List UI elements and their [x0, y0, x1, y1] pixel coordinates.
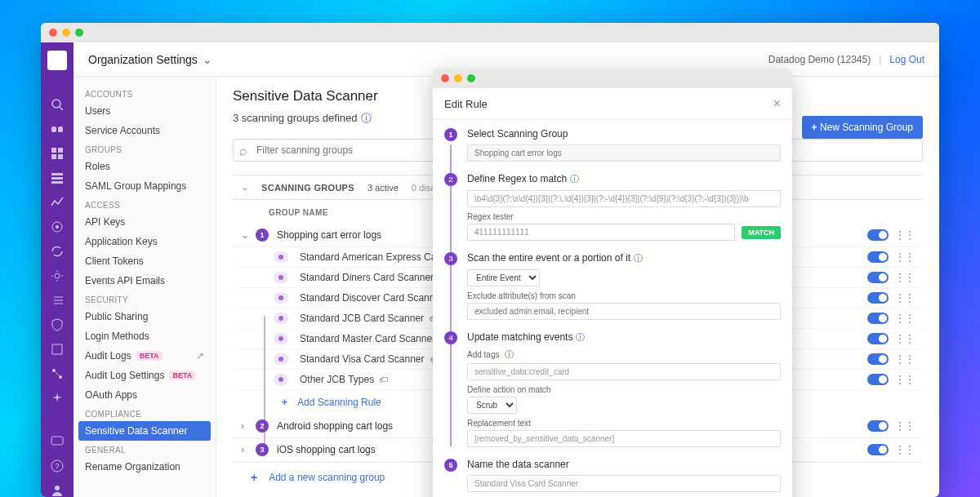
enable-toggle[interactable]: [867, 251, 889, 263]
exclude-attrs-input[interactable]: [467, 303, 781, 320]
preview-icon[interactable]: [274, 333, 288, 344]
book-icon[interactable]: [51, 343, 64, 356]
modal-maximize-icon[interactable]: [467, 74, 475, 82]
preview-icon[interactable]: [274, 374, 288, 385]
more-icon[interactable]: ⋮⋮: [895, 272, 915, 283]
binoculars-icon[interactable]: [51, 122, 64, 135]
group-name[interactable]: Shopping cart error logs: [277, 229, 457, 241]
sidebar-item-public-sharing[interactable]: Public Sharing: [74, 307, 216, 326]
step-title: Select Scanning Group: [467, 128, 781, 140]
preview-icon[interactable]: [274, 292, 288, 304]
close-window-icon[interactable]: [49, 29, 57, 37]
chevron-down-icon[interactable]: ⌄: [203, 53, 212, 66]
close-icon[interactable]: ×: [773, 96, 781, 111]
more-icon[interactable]: ⋮⋮: [895, 333, 915, 344]
sidebar-item-service-accounts[interactable]: Service Accounts: [74, 121, 216, 140]
more-icon[interactable]: ⋮⋮: [895, 251, 915, 263]
group-name[interactable]: Android shopping cart logs: [277, 420, 457, 432]
sidebar-item-audit-logs[interactable]: Audit LogsBETA↗: [74, 346, 216, 366]
svg-rect-5: [58, 148, 63, 153]
regex-tester-input[interactable]: [467, 224, 735, 241]
user-icon[interactable]: [51, 484, 64, 497]
sidebar-item-sensitive-data-scanner[interactable]: Sensitive Data Scanner: [78, 421, 211, 441]
more-icon[interactable]: ⋮⋮: [895, 420, 915, 432]
preview-icon[interactable]: [274, 251, 288, 263]
infra-icon[interactable]: [51, 171, 64, 184]
help-icon[interactable]: ⓘ: [361, 112, 372, 124]
action-select[interactable]: Scrub: [467, 397, 517, 414]
help-icon[interactable]: ?: [51, 459, 64, 473]
preview-icon[interactable]: [274, 313, 288, 324]
svg-rect-3: [58, 126, 63, 132]
replacement-input[interactable]: [467, 430, 781, 447]
modal-close-icon[interactable]: [441, 74, 449, 82]
sidebar-item-oauth-apps[interactable]: OAuth Apps: [74, 385, 216, 405]
help-icon[interactable]: ⓘ: [576, 332, 585, 342]
enable-toggle[interactable]: [867, 444, 889, 455]
enable-toggle[interactable]: [867, 292, 889, 304]
sidebar-item-rename-organization[interactable]: Rename Organization: [74, 457, 216, 477]
more-icon[interactable]: ⋮⋮: [895, 292, 915, 304]
add-tags-input[interactable]: [467, 363, 781, 380]
enable-toggle[interactable]: [867, 353, 889, 365]
monitor-icon[interactable]: [51, 196, 64, 209]
beta-badge: BETA: [169, 371, 195, 380]
sidebar-item-saml-group-mappings[interactable]: SAML Group Mappings: [74, 176, 216, 196]
spark-icon[interactable]: [51, 392, 64, 405]
group-name[interactable]: iOS shopping cart logs: [277, 444, 457, 455]
brand-logo[interactable]: [47, 51, 67, 70]
sidebar-item-events-api-emails[interactable]: Events API Emails: [74, 271, 216, 291]
svg-line-20: [56, 372, 59, 375]
collapse-all-icon[interactable]: ⌄: [241, 182, 248, 193]
sidebar-item-client-tokens[interactable]: Client Tokens: [74, 251, 216, 271]
enable-toggle[interactable]: [867, 272, 889, 283]
enable-toggle[interactable]: [867, 229, 889, 241]
minimize-window-icon[interactable]: [62, 29, 70, 37]
preview-icon[interactable]: [274, 353, 288, 365]
svg-rect-8: [51, 173, 63, 175]
sidebar-item-roles[interactable]: Roles: [74, 157, 216, 176]
chat-icon[interactable]: [51, 435, 64, 448]
sidebar-item-application-keys[interactable]: Application Keys: [74, 232, 216, 251]
regex-input[interactable]: [467, 190, 781, 207]
sidebar-item-users[interactable]: Users: [74, 101, 216, 121]
enable-toggle[interactable]: [867, 374, 889, 385]
expand-icon[interactable]: ›: [241, 444, 256, 455]
list-icon[interactable]: [51, 294, 64, 307]
svg-rect-10: [51, 181, 63, 184]
help-icon[interactable]: ⓘ: [505, 349, 514, 359]
more-icon[interactable]: ⋮⋮: [895, 374, 915, 385]
svg-rect-7: [58, 154, 63, 159]
svg-text:?: ?: [55, 462, 59, 470]
sidebar-item-api-keys[interactable]: API Keys: [74, 212, 216, 232]
logout-link[interactable]: Log Out: [889, 54, 924, 65]
flow-icon[interactable]: [51, 367, 64, 380]
more-icon[interactable]: ⋮⋮: [895, 229, 915, 241]
more-icon[interactable]: ⋮⋮: [895, 313, 915, 324]
dashboard-icon[interactable]: [51, 147, 64, 160]
maximize-window-icon[interactable]: [75, 29, 83, 37]
scanning-group-select[interactable]: Shopping cart error logs: [467, 144, 781, 162]
scope-select[interactable]: Entire Event: [467, 269, 540, 286]
more-icon[interactable]: ⋮⋮: [895, 353, 915, 365]
scanner-name-input[interactable]: [467, 475, 781, 492]
sync-icon[interactable]: [51, 245, 64, 258]
enable-toggle[interactable]: [867, 333, 889, 344]
more-icon[interactable]: ⋮⋮: [895, 444, 915, 455]
sidebar-item-audit-log-settings[interactable]: Audit Log SettingsBETA: [74, 366, 216, 385]
target-icon[interactable]: [51, 220, 64, 233]
settings-icon[interactable]: [51, 269, 64, 282]
preview-icon[interactable]: [274, 272, 288, 283]
enable-toggle[interactable]: [867, 420, 889, 432]
modal-minimize-icon[interactable]: [454, 74, 462, 82]
search-icon[interactable]: [51, 98, 64, 111]
expand-icon[interactable]: ›: [241, 420, 256, 432]
help-icon[interactable]: ⓘ: [570, 174, 579, 184]
sidebar-item-login-methods[interactable]: Login Methods: [74, 326, 216, 346]
help-icon[interactable]: ⓘ: [634, 253, 643, 263]
enable-toggle[interactable]: [867, 313, 889, 324]
modal-titlebar: [433, 69, 792, 88]
new-scanning-group-button[interactable]: New Scanning Group: [802, 116, 923, 139]
expand-icon[interactable]: ⌄: [241, 229, 256, 241]
security-icon[interactable]: [51, 318, 64, 331]
